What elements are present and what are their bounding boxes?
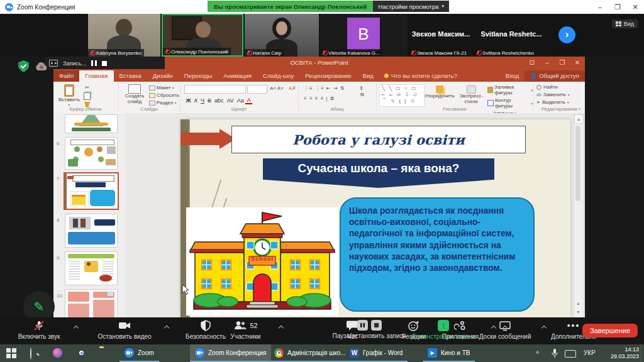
arrow-callout-shape[interactable] [180,133,219,145]
align-buttons[interactable]: ≡ ≡ ≡ ≡ | ≣ [304,96,335,102]
search-icon[interactable] [29,348,39,358]
slide-scrollbar[interactable]: ▲ ▲ ▼ [574,114,582,317]
tab-animations[interactable]: Анимация [218,70,257,82]
reset-button[interactable]: Сбросить [149,92,179,98]
slide-thumbnail[interactable] [65,214,118,248]
minimize-button[interactable]: – [591,3,609,11]
ppt-restore-button[interactable]: ❐ [555,57,570,69]
ppt-minimize-button[interactable]: – [540,57,555,69]
pause-record-button[interactable] [357,320,368,331]
sign-in-link[interactable]: Вход [500,70,525,82]
taskbar-app-browser[interactable]: Адміністрація шко... [269,344,351,362]
tray-mic-icon[interactable] [551,348,558,361]
reactions-button[interactable]: Реакции [395,320,433,340]
stop-recording-icon[interactable] [102,61,107,66]
paste-button[interactable]: Вставить ▾ [58,84,80,107]
language-indicator[interactable]: УКР [584,349,596,356]
next-participants-button[interactable]: › [558,26,575,43]
participant-tile-active-speaker[interactable]: Олександр Поклонський [162,14,243,57]
tab-review[interactable]: Рецензирование [299,70,357,82]
close-button[interactable]: ✕ [626,3,644,11]
tab-transitions[interactable]: Переходы [179,70,218,82]
restore-button[interactable]: ❐ [609,3,626,11]
taskbar-app-movies[interactable]: ▶ Кино и ТВ [423,344,475,362]
participant-tile[interactable]: Svitlana Reshetc... Svitlana Reshetchenk… [474,14,548,57]
view-settings-button[interactable]: Настройки просмотра ▾ [373,1,449,12]
strikethrough-button[interactable]: S [206,97,213,104]
shape-fill-button[interactable]: Заливка фигуры▾ [487,84,533,96]
tab-slideshow[interactable]: Слайд-шоу [257,70,299,82]
tab-file[interactable]: Файл [53,70,79,82]
view-layout-button[interactable]: Вид [612,19,638,28]
slide-title-box[interactable]: Робота у галузі освіти [231,126,526,153]
tray-expand-caret[interactable]: ˄ [536,349,539,356]
copy-icon[interactable] [84,92,91,100]
slide-thumbnail-panel[interactable]: 6 7 8 9 [53,113,126,317]
char-spacing-button[interactable]: AV [225,97,235,104]
section-button[interactable]: Раздел▾ [149,100,179,106]
ribbon-display-options-button[interactable]: ⊡ [525,57,540,69]
grow-font-button[interactable]: A˄ A˅ [270,85,284,91]
participant-tile[interactable]: Kateryna Borysenko [88,14,160,57]
shapes-gallery[interactable]: ╲ ╲ ▭ ○ ▭ ⌐ ⌙ ⇨ ⇩ ▱ ⌒ ∿ { } ☆ [379,84,425,107]
shadow-button[interactable]: abc [213,97,225,104]
font-name-select[interactable] [184,85,246,94]
taskbar-app-word[interactable]: W Графік - Word [345,344,408,362]
question-banner[interactable]: Сучасна школа – яка вона? [263,158,494,188]
slide-thumbnail[interactable] [65,137,118,170]
quick-styles-button[interactable]: Экспресс-стили [457,85,485,105]
arrange-button[interactable]: Упорядочить [425,85,455,99]
slide-thumbnail-selected[interactable] [64,172,119,210]
participants-button[interactable]: 52 Участники [219,320,272,340]
video-button[interactable]: Остановить видео [87,320,162,340]
security-shield-icon[interactable] [17,60,30,73]
taskbar-app-zoom[interactable]: Zoom [119,344,159,362]
tell-me-box[interactable]: Что вы хотите сделать? [379,70,462,82]
clock[interactable]: 14:13 29.03.2023 [604,346,639,361]
font-color-button[interactable]: A [245,97,252,104]
underline-button[interactable]: Ч [199,97,206,104]
mute-options-caret[interactable] [74,325,79,329]
mute-button[interactable]: Включить звук [8,320,70,340]
whiteboards-button[interactable]: Доски сообщений [470,320,540,340]
list-buttons[interactable]: ⋮≡ ⋮≡ ⇤ ⇥ ⇅ [304,85,345,92]
find-button[interactable]: Найти [536,84,570,90]
tab-view[interactable]: Вид [357,70,379,82]
next-slide-icon[interactable]: ▼ [574,308,582,316]
bold-button[interactable]: Ж [184,97,192,104]
tab-insert[interactable]: Вставка [114,70,147,82]
chrome-icon[interactable] [77,348,87,358]
video-options-caret[interactable] [165,325,169,329]
tab-design[interactable]: Дизайн [147,70,179,82]
show-desktop-button[interactable] [641,344,644,362]
participant-tile[interactable]: B Viktoriia Kabanova G... [320,14,408,57]
taskbar-app-zoom-meeting[interactable]: Zoom Конференция [190,344,271,362]
paint3d-icon[interactable] [53,348,62,358]
change-case-button[interactable]: Aa [235,97,245,104]
participant-tile[interactable]: Наталя Свір [245,14,319,57]
text-direction-buttons[interactable]: ⫴⧉ [360,85,365,98]
cut-icon[interactable]: ✂ [85,84,90,90]
scroll-thumb[interactable] [575,126,580,201]
font-size-select[interactable] [247,85,267,94]
tray-keyboard-icon[interactable] [565,350,576,358]
slide-thumbnail[interactable] [65,114,118,133]
clear-formatting-button[interactable]: A✗ [289,85,296,91]
pause-recording-icon[interactable] [91,60,97,66]
start-button[interactable] [6,348,16,358]
scroll-up-icon[interactable]: ▲ [574,114,584,124]
body-text-box[interactable]: Школа розглядається як поєднання освітнь… [340,197,535,312]
tab-home[interactable]: Главная [79,70,113,82]
new-slide-button[interactable]: Создать слайд [121,84,148,105]
school-image[interactable]: School [186,207,338,315]
stop-record-button[interactable] [371,320,382,331]
previous-slide-icon[interactable]: ▲ [574,299,582,307]
slide-thumbnail[interactable] [65,289,118,319]
participants-options-caret[interactable] [279,325,284,329]
layout-button[interactable]: Макет▾ [149,85,179,90]
participant-tile[interactable]: Звєков Максим... Звєков Максим ГК-21 [409,14,473,57]
collapse-ribbon-button[interactable]: ˄ [578,106,581,112]
slide-thumbnail[interactable] [65,251,118,285]
replace-button[interactable]: abЗаменить▾ [536,92,570,97]
slide-canvas[interactable]: Робота у галузі освіти Сучасна школа – я… [180,119,570,317]
